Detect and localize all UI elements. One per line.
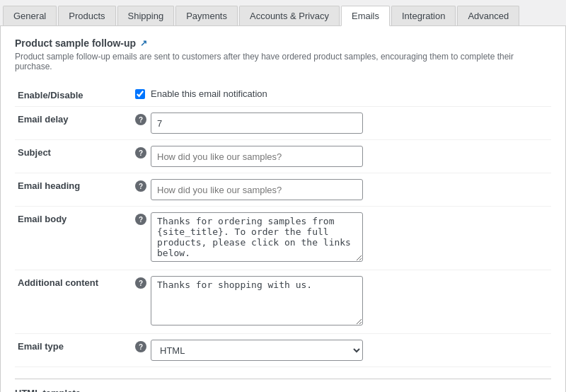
enable-row: Enable/Disable Enable this email notific… bbox=[15, 83, 551, 107]
email-type-field: ? HTML Plain text Multipart bbox=[128, 334, 551, 367]
html-template-title: HTML template bbox=[15, 388, 551, 392]
email-body-input-wrap: Thanks for ordering samples from {site_t… bbox=[151, 212, 548, 264]
tab-emails[interactable]: Emails bbox=[341, 6, 390, 26]
email-delay-label: Email delay bbox=[15, 107, 128, 140]
email-heading-help-icon[interactable]: ? bbox=[135, 180, 146, 192]
email-heading-field-row: ? bbox=[135, 179, 548, 200]
email-heading-row: Email heading ? bbox=[15, 173, 551, 207]
email-body-help-icon[interactable]: ? bbox=[135, 214, 146, 225]
additional-content-row: Additional content ? Thanks for shopping… bbox=[15, 270, 551, 334]
tab-general[interactable]: General bbox=[3, 6, 57, 25]
email-delay-row: Email delay ? bbox=[15, 107, 551, 140]
email-body-row: Email body ? Thanks for ordering samples… bbox=[15, 207, 551, 270]
tab-products[interactable]: Products bbox=[58, 6, 115, 25]
tab-payments[interactable]: Payments bbox=[175, 6, 238, 25]
subject-field-row: ? bbox=[135, 146, 548, 167]
additional-content-field: ? Thanks for shopping with us. bbox=[128, 270, 551, 334]
email-heading-input-wrap bbox=[151, 179, 548, 200]
additional-content-textarea[interactable]: Thanks for shopping with us. bbox=[151, 276, 363, 325]
email-type-select[interactable]: HTML Plain text Multipart bbox=[151, 340, 363, 361]
email-type-row: Email type ? HTML Plain text Multipart bbox=[15, 334, 551, 367]
additional-content-field-row: ? Thanks for shopping with us. bbox=[135, 276, 548, 328]
email-type-field-row: ? HTML Plain text Multipart bbox=[135, 340, 548, 361]
email-body-textarea[interactable]: Thanks for ordering samples from {site_t… bbox=[151, 212, 363, 262]
enable-checkbox-row: Enable this email notification bbox=[135, 88, 548, 99]
email-body-label: Email body bbox=[15, 207, 128, 270]
tab-accounts-privacy[interactable]: Accounts & Privacy bbox=[239, 6, 340, 25]
subject-field: ? bbox=[128, 140, 551, 173]
subject-help-icon[interactable]: ? bbox=[135, 147, 146, 158]
email-type-label: Email type bbox=[15, 334, 128, 367]
content-area: Product sample follow-up ↗ Product sampl… bbox=[0, 26, 566, 392]
subject-input[interactable] bbox=[151, 146, 363, 167]
email-body-field: ? Thanks for ordering samples from {site… bbox=[128, 207, 551, 270]
email-delay-field: ? bbox=[128, 107, 551, 140]
form-table: Enable/Disable Enable this email notific… bbox=[15, 83, 551, 367]
email-delay-input[interactable] bbox=[151, 113, 363, 134]
email-body-field-row: ? Thanks for ordering samples from {site… bbox=[135, 212, 548, 264]
additional-content-help-icon[interactable]: ? bbox=[135, 277, 146, 289]
html-template-section: HTML template Copy file to theme View te… bbox=[15, 379, 551, 392]
section-link[interactable]: ↗ bbox=[140, 38, 147, 48]
section-description: Product sample follow-up emails are sent… bbox=[15, 52, 551, 71]
tab-shipping[interactable]: Shipping bbox=[117, 6, 175, 25]
enable-checkbox[interactable] bbox=[135, 89, 145, 99]
enable-label: Enable/Disable bbox=[15, 83, 128, 107]
email-delay-help-icon[interactable]: ? bbox=[135, 114, 146, 125]
email-type-help-icon[interactable]: ? bbox=[135, 341, 146, 352]
enable-field: Enable this email notification bbox=[128, 83, 551, 107]
email-heading-input[interactable] bbox=[151, 179, 363, 200]
additional-content-input-wrap: Thanks for shopping with us. bbox=[151, 276, 548, 328]
email-heading-field: ? bbox=[128, 173, 551, 207]
email-delay-input-wrap bbox=[151, 113, 548, 134]
subject-row: Subject ? bbox=[15, 140, 551, 173]
subject-input-wrap bbox=[151, 146, 548, 167]
additional-content-label: Additional content bbox=[15, 270, 128, 334]
enable-checkbox-label: Enable this email notification bbox=[151, 88, 267, 99]
section-title: Product sample follow-up ↗ bbox=[15, 38, 551, 49]
email-delay-field-row: ? bbox=[135, 113, 548, 134]
email-heading-label: Email heading bbox=[15, 173, 128, 207]
subject-label: Subject bbox=[15, 140, 128, 173]
tabs-bar: General Products Shipping Payments Accou… bbox=[0, 0, 566, 26]
tab-integration[interactable]: Integration bbox=[391, 6, 456, 25]
email-type-select-wrap: HTML Plain text Multipart bbox=[151, 340, 548, 361]
tab-advanced[interactable]: Advanced bbox=[457, 6, 519, 25]
